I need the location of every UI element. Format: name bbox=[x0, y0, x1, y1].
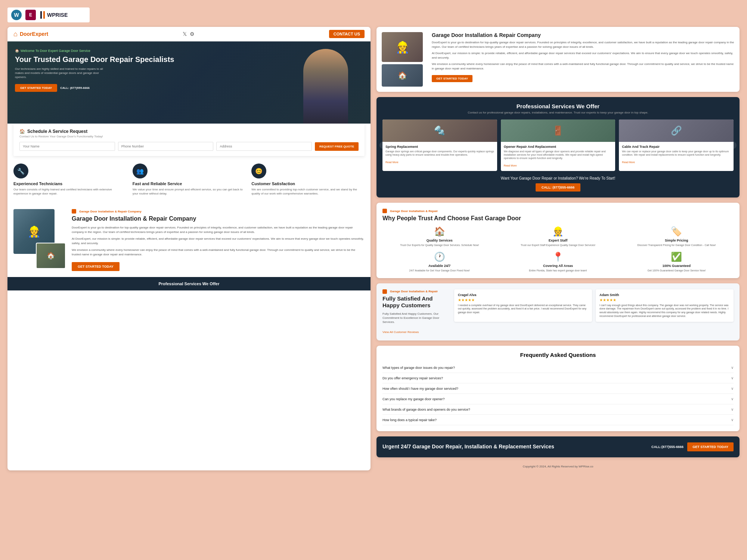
address-input[interactable] bbox=[216, 142, 312, 151]
available-icon: 🕐 bbox=[382, 252, 496, 262]
services-cta: Want Your Garage Door Repair or Installa… bbox=[382, 176, 734, 192]
services-prev-arrow[interactable]: ‹ bbox=[379, 141, 387, 149]
hero-desc: Our technicians are highly skilled and t… bbox=[15, 67, 105, 80]
service-icon: 👥 bbox=[133, 164, 148, 178]
faq-item-6[interactable]: How long does a typical repair take? ∨ bbox=[382, 415, 734, 425]
bottom-cta-actions: CALL:(877)555-6666 GET STARTED TODAY bbox=[651, 442, 734, 451]
technicians-icon: 🔧 bbox=[13, 164, 28, 178]
about-p2: At DoorExpert, our mission is simple: to… bbox=[72, 237, 365, 246]
bottom-cta-heading: Urgent 24/7 Garage Door Repair, Installa… bbox=[382, 444, 554, 449]
faq-question-3: How often should I have my garage door s… bbox=[382, 387, 458, 391]
faq-arrow-1: ∨ bbox=[731, 365, 734, 370]
hero-person-image bbox=[303, 49, 348, 124]
nav-icons: 𝕏 ⚙ bbox=[183, 31, 195, 37]
why-item-available: 🕐 Available 24/7 24/7 Available for Get … bbox=[382, 252, 496, 272]
services-cta-button[interactable]: CALL: (877)555-6666 bbox=[536, 183, 581, 192]
cable-card-body: Cable And Track Repair We can repair or … bbox=[619, 142, 734, 168]
faq-arrow-5: ∨ bbox=[731, 407, 734, 411]
about-p3: We envision a community where every home… bbox=[72, 248, 365, 257]
services-panel: Professional Services We Offer Contact u… bbox=[376, 97, 740, 197]
cable-card-link[interactable]: Read More bbox=[622, 161, 635, 164]
right-about-images: 👷 🏠 bbox=[382, 32, 427, 87]
faq-question-1: What types of garage door issues do you … bbox=[382, 366, 455, 370]
elementor-icon[interactable]: E bbox=[25, 10, 36, 20]
testimonial-card-2: Adam Smith ★★★★★ I can't say enough good… bbox=[596, 289, 734, 322]
site-nav: ⌂ DoorExpert 𝕏 ⚙ CONTACT US bbox=[7, 27, 371, 41]
faq-item-2[interactable]: Do you offer emergency repair services? … bbox=[382, 373, 734, 383]
phone-input[interactable] bbox=[118, 142, 214, 151]
bottom-cta-text: Urgent 24/7 Garage Door Repair, Installa… bbox=[382, 444, 554, 451]
site-logo: ⌂ DoorExpert bbox=[13, 30, 48, 38]
faq-item-5[interactable]: What brands of garage doors and openers … bbox=[382, 404, 734, 415]
available-desc: 24/7 Available for Get Your Garage Door … bbox=[382, 269, 496, 272]
pricing-desc: Discover Transparent Pricing for Garage … bbox=[620, 243, 734, 247]
opener-card-body: Opener Repair And Replacement We diagnos… bbox=[501, 142, 616, 171]
feature-item-service: 👥 Fast and Reliable Service We value you… bbox=[133, 164, 246, 196]
services-subtitle: Contact us for professional garage door … bbox=[382, 111, 734, 114]
schedule-form: 🏠 Schedule A Service Request Contact Us … bbox=[13, 124, 365, 156]
testimonial-card-1: Cragel Alva ★★★★★ I needed a complete ov… bbox=[454, 289, 592, 322]
right-about-img-1: 👷 bbox=[382, 32, 423, 62]
right-about-p3: We envision a community where every home… bbox=[432, 62, 734, 71]
top-bar: W E WPRISE bbox=[7, 7, 90, 22]
why-item-quality: 🏠 Quality Services Trust Our Experts for… bbox=[382, 226, 496, 247]
about-tag: Garage Door Installation & Repair Compan… bbox=[72, 209, 365, 214]
why-item-pricing: 🏷️ Simple Pricing Discover Transparent P… bbox=[620, 226, 734, 247]
testimonial-name-2: Adam Smith bbox=[599, 293, 730, 297]
available-title: Available 24/7 bbox=[382, 264, 496, 268]
twitter-icon[interactable]: 𝕏 bbox=[183, 31, 187, 37]
why-item-expert: 👷 Expert Staff Trust our Expert Staff Ex… bbox=[501, 226, 615, 247]
service-card-spring: 🔩 Spring Replacement Garage door springs… bbox=[382, 119, 497, 171]
spring-card-link[interactable]: Read More bbox=[385, 161, 399, 164]
feature-title-technicians: Experienced Technicians bbox=[13, 181, 62, 186]
areas-title: Covering All Areas bbox=[501, 264, 615, 268]
person-figure bbox=[303, 49, 348, 124]
hero-section: 🏠 Welcome To Door Expert Garage Door Ser… bbox=[7, 41, 371, 124]
pricing-icon: 🏷️ bbox=[620, 226, 734, 237]
about-section: 👷 🏠 Garage Door Installation & Repair Co… bbox=[7, 203, 371, 277]
satisfaction-icon: 😊 bbox=[251, 164, 266, 178]
spring-card-image: 🔩 bbox=[382, 119, 497, 142]
guaranteed-desc: Get 100% Guaranteed Garage Door Service … bbox=[620, 269, 734, 272]
schedule-title: 🏠 Schedule A Service Request bbox=[19, 129, 359, 134]
home-icon: 🏠 bbox=[19, 129, 25, 134]
form-row: REQUEST FREE QUOTE bbox=[19, 142, 359, 151]
hero-get-started-button[interactable]: GET STARTED TODAY bbox=[15, 84, 57, 92]
testimonials-view-button[interactable]: View All Customer Reviews bbox=[382, 330, 419, 334]
bottom-cta-start-button[interactable]: GET STARTED TODAY bbox=[687, 442, 734, 451]
cable-card-image: 🔗 bbox=[619, 119, 734, 142]
right-about-btn[interactable]: GET STARTED TODAY bbox=[432, 75, 472, 82]
spring-card-body: Spring Replacement Garage door springs a… bbox=[382, 142, 497, 168]
testimonials-desc: Fully Satisfied And Happy Customers. Our… bbox=[382, 312, 450, 324]
wprise-logo: WPRISE bbox=[40, 11, 68, 19]
faq-item-4[interactable]: Can you replace my garage door opener? ∨ bbox=[382, 394, 734, 404]
feature-item-satisfaction: 😊 Customer Satisfaction We are committed… bbox=[251, 164, 365, 196]
feature-desc-service: We value your time and ensure prompt and… bbox=[133, 187, 246, 196]
faq-item-1[interactable]: What types of garage door issues do you … bbox=[382, 363, 734, 373]
right-about-heading: Garage Door Installation & Repair Compan… bbox=[432, 32, 734, 38]
tag-icon bbox=[72, 209, 76, 214]
request-quote-button[interactable]: REQUEST FREE QUOTE bbox=[315, 142, 359, 151]
cable-card-title: Cable And Track Repair bbox=[622, 145, 731, 149]
left-panel: ⌂ DoorExpert 𝕏 ⚙ CONTACT US 🏠 Welcome To… bbox=[7, 27, 371, 470]
opener-card-link[interactable]: Read More bbox=[504, 164, 517, 167]
quality-icon: 🏠 bbox=[382, 226, 496, 237]
main-layout: ⌂ DoorExpert 𝕏 ⚙ CONTACT US 🏠 Welcome To… bbox=[7, 27, 740, 470]
faq-arrow-3: ∨ bbox=[731, 386, 734, 391]
name-input[interactable] bbox=[19, 142, 115, 151]
faq-title: Frequently Asked Questions bbox=[382, 352, 734, 358]
dark-strip: Professional Services We Offer bbox=[7, 277, 371, 290]
bottom-cta: Urgent 24/7 Garage Door Repair, Installa… bbox=[376, 436, 740, 457]
copyright: Copyright © 2024, All Rights Reserved by… bbox=[376, 463, 740, 470]
contact-button[interactable]: CONTACT US bbox=[329, 30, 365, 38]
about-content: Garage Door Installation & Repair Compan… bbox=[72, 209, 365, 271]
faq-question-5: What brands of garage doors and openers … bbox=[382, 408, 470, 411]
settings-icon[interactable]: ⚙ bbox=[190, 31, 195, 37]
hero-call-button[interactable]: CALL: (877)555-6666 bbox=[60, 86, 90, 90]
about-get-started-button[interactable]: GET STARTED TODAY bbox=[72, 262, 120, 271]
faq-arrow-2: ∨ bbox=[731, 376, 734, 380]
expert-desc: Trust our Expert Staff Experience Qualit… bbox=[501, 243, 615, 247]
wordpress-icon[interactable]: W bbox=[11, 10, 22, 20]
services-next-arrow[interactable]: › bbox=[729, 141, 737, 149]
faq-item-3[interactable]: How often should I have my garage door s… bbox=[382, 383, 734, 394]
